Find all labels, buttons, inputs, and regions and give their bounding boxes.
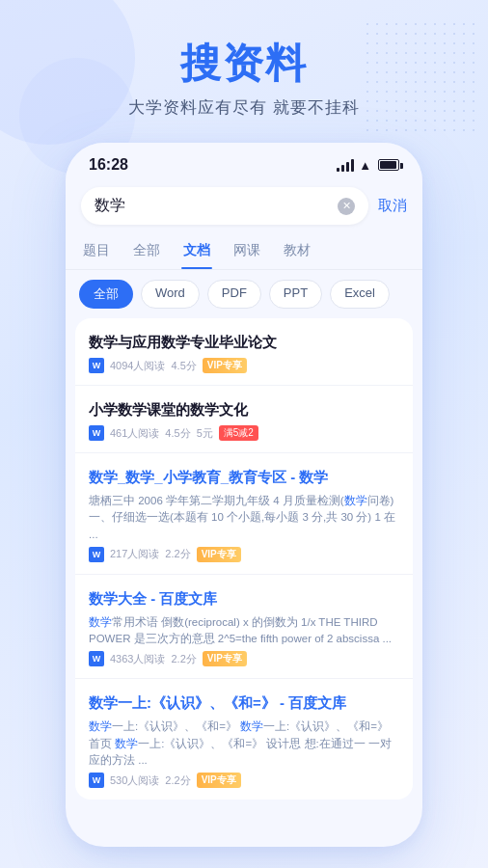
tab-docs[interactable]: 文档 [181, 234, 212, 269]
result-price-2: 5元 [197, 426, 213, 441]
hero-subtitle: 大学资料应有尽有 就要不挂科 [0, 96, 488, 119]
discount-badge-2: 满5减2 [219, 425, 258, 441]
word-icon-2: W [89, 425, 104, 441]
result-rating-5: 2.2分 [165, 773, 190, 788]
wifi-icon: ▲ [359, 158, 371, 173]
results-list: 数学与应用数学专业毕业论文 W 4094人阅读 4.5分 VIP专享 小学数学课… [75, 318, 413, 800]
phone-mockup: 16:28 ▲ 数学 ✕ 取消 题目 全部 文档 网课 教材 全部 Word P… [66, 143, 422, 847]
result-rating-4: 2.2分 [171, 652, 196, 666]
filter-pdf[interactable]: PDF [207, 280, 261, 309]
result-meta-4: W 4363人阅读 2.2分 VIP专享 [89, 651, 399, 666]
tab-all[interactable]: 全部 [131, 234, 162, 269]
battery-icon [378, 159, 399, 171]
result-meta-2: W 461人阅读 4.5分 5元 满5减2 [89, 425, 399, 441]
filter-ppt[interactable]: PPT [269, 280, 322, 309]
vip-badge-5: VIP专享 [197, 773, 241, 788]
search-clear-button[interactable]: ✕ [338, 198, 355, 215]
word-icon-3: W [89, 547, 104, 562]
word-icon-1: W [89, 358, 104, 373]
signal-icon [337, 159, 354, 172]
search-query-text: 数学 [95, 196, 338, 216]
filter-excel[interactable]: Excel [330, 280, 390, 309]
result-title-1: 数学与应用数学专业毕业论文 [89, 332, 399, 352]
vip-badge-4: VIP专享 [203, 651, 247, 666]
result-reads-4: 4363人阅读 [110, 652, 165, 666]
word-icon-5: W [89, 773, 104, 788]
result-reads-1: 4094人阅读 [110, 359, 165, 373]
result-title-2: 小学数学课堂的数学文化 [89, 399, 399, 420]
filter-all[interactable]: 全部 [79, 280, 133, 309]
result-meta-5: W 530人阅读 2.2分 VIP专享 [89, 773, 399, 788]
result-snippet-3: 塘栖三中 2006 学年第二学期九年级 4 月质量检测(数学问卷) 一、仔细选一… [89, 493, 399, 543]
hero-section: 搜资料 大学资料应有尽有 就要不挂科 [0, 0, 488, 119]
result-item-2[interactable]: 小学数学课堂的数学文化 W 461人阅读 4.5分 5元 满5减2 [75, 386, 413, 453]
vip-badge-3: VIP专享 [197, 547, 241, 562]
result-snippet-5: 数学一上:《认识》、《和=》 数学一上:《认识》、《和=》首页 数学一上:《认识… [89, 719, 399, 769]
result-snippet-4: 数学常用术语 倒数(reciprocal) x 的倒数为 1/x THE THI… [89, 614, 399, 648]
filter-row: 全部 Word PDF PPT Excel [66, 270, 422, 318]
search-input-wrap[interactable]: 数学 ✕ [81, 187, 368, 225]
snippet-keyword-5a: 数学 [89, 720, 112, 732]
vip-badge-1: VIP专享 [203, 358, 247, 373]
result-item-3[interactable]: 数学_数学_小学教育_教育专区 - 数学 塘栖三中 2006 学年第二学期九年级… [75, 453, 413, 575]
tabs-row: 题目 全部 文档 网课 教材 [66, 234, 422, 270]
result-reads-5: 530人阅读 [110, 773, 159, 788]
status-bar: 16:28 ▲ [66, 143, 422, 181]
hero-title: 搜资料 [0, 37, 488, 91]
result-title-3: 数学_数学_小学教育_教育专区 - 数学 [89, 467, 399, 487]
search-cancel-button[interactable]: 取消 [378, 197, 407, 215]
result-rating-2: 4.5分 [165, 426, 190, 441]
snippet-keyword-4a: 数学 [89, 616, 112, 628]
result-rating-3: 2.2分 [165, 547, 190, 561]
result-reads-2: 461人阅读 [110, 426, 159, 441]
word-icon-4: W [89, 651, 104, 666]
result-rating-1: 4.5分 [171, 359, 196, 373]
status-time: 16:28 [89, 156, 128, 174]
result-meta-3: W 217人阅读 2.2分 VIP专享 [89, 547, 399, 562]
result-reads-3: 217人阅读 [110, 547, 159, 561]
result-item-4[interactable]: 数学大全 - 百度文库 数学常用术语 倒数(reciprocal) x 的倒数为… [75, 575, 413, 680]
status-icons: ▲ [337, 158, 399, 173]
result-title-5: 数学一上:《认识》、《和=》 - 百度文库 [89, 692, 399, 713]
search-bar-row: 数学 ✕ 取消 [66, 181, 422, 234]
tab-courses[interactable]: 网课 [231, 234, 262, 269]
result-item-5[interactable]: 数学一上:《认识》、《和=》 - 百度文库 数学一上:《认识》、《和=》 数学一… [75, 679, 413, 800]
tab-textbooks[interactable]: 教材 [282, 234, 312, 269]
result-meta-1: W 4094人阅读 4.5分 VIP专享 [89, 358, 399, 373]
tab-questions[interactable]: 题目 [81, 234, 112, 269]
result-title-4: 数学大全 - 百度文库 [89, 588, 399, 609]
filter-word[interactable]: Word [141, 280, 200, 309]
result-item-1[interactable]: 数学与应用数学专业毕业论文 W 4094人阅读 4.5分 VIP专享 [75, 318, 413, 386]
snippet-keyword-3: 数学 [344, 495, 367, 506]
